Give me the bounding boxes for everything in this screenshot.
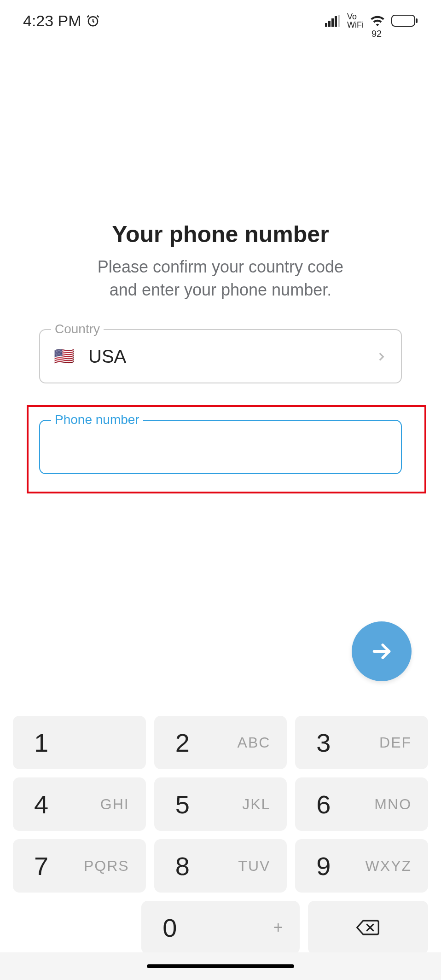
wifi-icon bbox=[370, 15, 385, 26]
alarm-icon bbox=[86, 14, 100, 28]
battery-icon: 92 bbox=[391, 14, 418, 27]
keypad-key-9[interactable]: 9WXYZ bbox=[295, 839, 428, 893]
svg-rect-1 bbox=[325, 23, 327, 27]
nav-bar bbox=[0, 952, 441, 980]
keypad-key-5[interactable]: 5JKL bbox=[154, 777, 287, 831]
svg-rect-3 bbox=[331, 18, 334, 27]
svg-rect-5 bbox=[338, 15, 340, 27]
keypad-key-1[interactable]: 1 bbox=[13, 716, 146, 769]
status-right: Vo WiFi 92 bbox=[325, 12, 418, 29]
country-selector[interactable]: Country 🇺🇸 USA bbox=[39, 329, 402, 383]
phone-number-input[interactable] bbox=[54, 437, 387, 458]
status-left: 4:23 PM bbox=[23, 12, 100, 30]
country-name: USA bbox=[88, 346, 126, 367]
phone-number-field[interactable]: Phone number bbox=[39, 420, 402, 474]
svg-rect-7 bbox=[416, 18, 418, 23]
backspace-icon bbox=[355, 918, 380, 937]
country-field-label: Country bbox=[51, 322, 104, 336]
keypad-backspace[interactable] bbox=[308, 901, 428, 954]
chevron-right-icon bbox=[375, 346, 387, 367]
status-time: 4:23 PM bbox=[23, 12, 81, 30]
next-button[interactable] bbox=[352, 621, 412, 681]
keypad-key-0[interactable]: 0+ bbox=[141, 901, 299, 954]
cellular-signal-icon bbox=[325, 15, 341, 27]
vo-wifi-label: Vo WiFi bbox=[347, 12, 364, 29]
screen: 4:23 PM Vo WiFi bbox=[0, 0, 441, 980]
keypad-key-3[interactable]: 3DEF bbox=[295, 716, 428, 769]
svg-rect-2 bbox=[328, 21, 331, 27]
keypad-spacer bbox=[13, 901, 133, 954]
home-indicator[interactable] bbox=[147, 964, 294, 968]
numeric-keypad: 1 2ABC 3DEF 4GHI 5JKL 6MNO 7PQRS 8TUV 9W… bbox=[0, 716, 441, 980]
wifi-label: WiFi bbox=[347, 21, 364, 29]
vo-label: Vo bbox=[347, 12, 364, 21]
keypad-key-8[interactable]: 8TUV bbox=[154, 839, 287, 893]
keypad-key-7[interactable]: 7PQRS bbox=[13, 839, 146, 893]
page-subtitle: Please confirm your country code and ent… bbox=[0, 255, 441, 302]
country-flag-icon: 🇺🇸 bbox=[54, 347, 75, 366]
keypad-key-4[interactable]: 4GHI bbox=[13, 777, 146, 831]
keypad-key-2[interactable]: 2ABC bbox=[154, 716, 287, 769]
phone-field-label: Phone number bbox=[51, 412, 143, 427]
keypad-key-6[interactable]: 6MNO bbox=[295, 777, 428, 831]
page-title: Your phone number bbox=[0, 221, 441, 248]
svg-rect-6 bbox=[392, 15, 415, 26]
svg-rect-4 bbox=[335, 16, 337, 27]
status-bar: 4:23 PM Vo WiFi bbox=[0, 0, 441, 41]
battery-level-text: 92 bbox=[371, 29, 382, 39]
